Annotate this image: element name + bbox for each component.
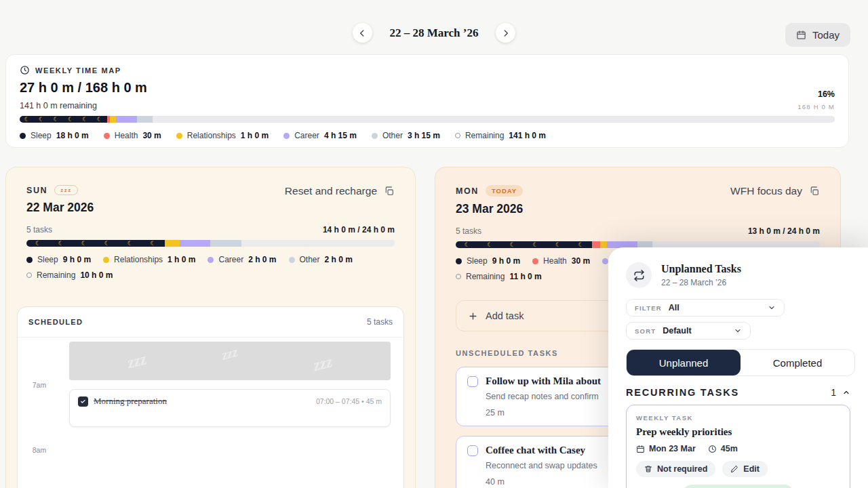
tab-completed[interactable]: Completed <box>741 350 854 375</box>
recurring-collapse-toggle[interactable]: 1 <box>831 387 850 398</box>
check-icon <box>80 399 86 405</box>
day-date: 23 Mar 2026 <box>456 202 523 216</box>
legend-item: Health30 m <box>532 256 590 266</box>
panel-tabs: Unplanned Completed <box>626 349 855 376</box>
panel-subtitle: 22 – 28 March ’26 <box>661 278 741 287</box>
copy-day-button[interactable] <box>809 186 820 197</box>
task-duration: 45m <box>721 444 738 453</box>
legend-item: Remaining141 h 0 m <box>455 131 546 140</box>
task-checkbox-checked[interactable] <box>78 396 88 407</box>
legend-dot-icon <box>532 258 538 264</box>
sort-dropdown[interactable]: SORT Default <box>626 322 751 340</box>
scheduled-task-card[interactable]: Morning preparation 07:00 – 07:45 • 45 m <box>69 389 391 427</box>
copy-day-button[interactable] <box>384 186 395 197</box>
copy-icon <box>384 186 395 197</box>
zzz-pattern: zzz <box>311 352 334 375</box>
scheduled-title: SCHEDULED <box>28 318 83 326</box>
calendar-icon <box>636 445 645 453</box>
task-checkbox[interactable] <box>467 445 478 456</box>
recurring-circle <box>626 262 652 288</box>
legend-dot-icon <box>456 258 462 264</box>
legend-dot-icon <box>26 257 33 263</box>
legend-item: Remaining10 h 0 m <box>26 270 113 280</box>
filter-value: All <box>669 303 679 312</box>
week-capacity: 168 H 0 M <box>797 103 835 110</box>
edit-label: Edit <box>743 464 760 474</box>
panel-title: Unplanned Tasks <box>661 263 741 275</box>
recurring-task-title: Prep weekly priorities <box>636 426 840 438</box>
moon-icon: ☾ <box>127 240 133 247</box>
unplanned-tasks-panel: Unplanned Tasks 22 – 28 March ’26 FILTER… <box>608 247 868 488</box>
legend-item: Relationships1 h 0 m <box>103 255 195 264</box>
sleep-badge: zzz <box>54 185 78 195</box>
chevron-left-icon <box>357 28 367 38</box>
edit-button[interactable]: Edit <box>722 461 768 477</box>
legend-item: Relationships1 h 0 m <box>176 131 269 140</box>
moon-icon: ☾ <box>39 116 44 123</box>
task-checkbox[interactable] <box>467 376 478 387</box>
zzz-pattern: zzz <box>220 344 239 363</box>
sleep-time-block[interactable]: zzzzzzzzz <box>69 342 391 380</box>
copy-icon <box>809 186 820 197</box>
moon-icon: ☾ <box>465 241 470 248</box>
legend-dot-icon <box>20 133 26 139</box>
legend-item: Career4 h 15 m <box>283 131 357 140</box>
filter-dropdown[interactable]: FILTER All <box>626 299 785 317</box>
legend-dot-icon <box>602 258 608 264</box>
day-timeline: 7am 8am zzzzzzzzz Morning preparation 07… <box>18 338 403 488</box>
plus-icon <box>468 311 478 321</box>
trash-icon <box>644 465 652 473</box>
day-label: SUN <box>26 186 47 195</box>
legend-dot-icon <box>103 257 109 263</box>
today-button[interactable]: Today <box>785 23 850 47</box>
legend-item: Other3 h 15 m <box>372 131 440 140</box>
sort-label: SORT <box>635 327 656 335</box>
recurring-tasks-title: RECURRING TASKS <box>626 387 739 398</box>
today-badge: TODAY <box>486 185 523 197</box>
task-title: Coffee chat with Casey <box>486 445 585 456</box>
tab-unplanned[interactable]: Unplanned <box>627 350 741 375</box>
day-date: 22 Mar 2026 <box>26 201 94 215</box>
legend-ring-icon <box>26 272 32 278</box>
pencil-icon <box>730 465 738 473</box>
week-navigation: 22 – 28 March ’26 <box>0 23 868 43</box>
moon-icon: ☾ <box>81 240 87 247</box>
chevron-up-icon <box>842 388 850 396</box>
mark-completed-button[interactable]: Mark as completed <box>683 485 794 488</box>
not-required-button[interactable]: Not required <box>636 461 715 477</box>
moon-icon: ☾ <box>555 241 561 248</box>
prev-week-button[interactable] <box>353 23 372 43</box>
legend-dot-icon <box>283 133 290 139</box>
legend-item: Remaining11 h 0 m <box>456 272 542 281</box>
repeat-icon <box>633 270 645 281</box>
calendar-icon <box>796 30 806 40</box>
moon-icon: ☾ <box>68 116 73 123</box>
moon-icon: ☾ <box>487 241 492 248</box>
task-date: Mon 23 Mar <box>649 444 696 453</box>
top-bar: 22 – 28 March ’26 Today <box>0 0 868 54</box>
scheduled-section: SCHEDULED 5 tasks 7am 8am zzzzzzzzz Morn… <box>17 306 404 488</box>
legend-item: Sleep9 h 0 m <box>26 255 91 264</box>
chevron-right-icon <box>501 28 511 38</box>
next-week-button[interactable] <box>496 23 515 43</box>
moon-icon: ☾ <box>97 116 102 123</box>
day-card-sunday: SUN zzz 22 Mar 2026 Reset and recharge 5… <box>5 167 416 488</box>
day-note: WFH focus day <box>730 185 802 197</box>
hour-label-8am: 8am <box>24 446 54 454</box>
day-label: MON <box>456 186 479 196</box>
legend-dot-icon <box>289 257 295 263</box>
weekly-progress-bar: ☾☾☾☾☾☾ <box>20 116 835 123</box>
legend-item: Sleep9 h 0 m <box>456 256 520 266</box>
moon-icon: ☾ <box>24 116 30 123</box>
moon-icon: ☾ <box>58 240 64 247</box>
day-time-summary: 13 h 0 m / 24 h 0 m <box>748 226 820 236</box>
legend-item: Career2 h 0 m <box>208 255 276 264</box>
legend-ring-icon <box>456 274 461 279</box>
recurring-count: 1 <box>831 387 836 398</box>
legend-dot-icon <box>372 133 378 139</box>
day-legend: Sleep9 h 0 mRelationships1 h 0 mCareer2 … <box>26 255 395 280</box>
week-title: 22 – 28 March ’26 <box>390 26 479 40</box>
scheduled-task-title: Morning preparation <box>94 396 167 407</box>
day-progress-bar: ☾☾☾☾☾☾ <box>26 240 395 247</box>
time-map-title: WEEKLY TIME MAP <box>35 66 121 75</box>
